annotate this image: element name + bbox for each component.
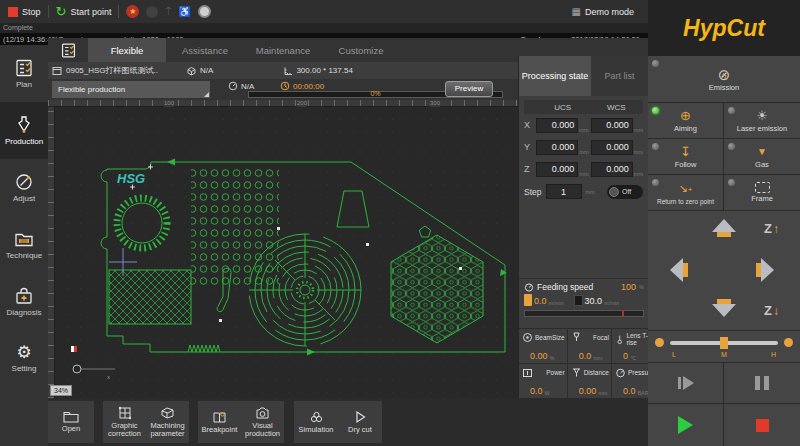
unit-label: mm: [579, 171, 588, 177]
gauge-icon: [228, 81, 238, 91]
feeding-speed-label: Feeding speed: [537, 282, 593, 292]
breakpoint-button[interactable]: Breakpoint: [198, 401, 241, 443]
right-arrow-icon: [761, 258, 774, 282]
processing-panel: Processing state Part list UCS WCS X 0.0…: [518, 56, 648, 398]
machine-control-panel: ⊘ϟ Emission ⊕ Aiming ☀ Laser emission ↧ …: [648, 56, 800, 446]
tab-customize[interactable]: Customize: [322, 38, 400, 62]
thermometer-icon: [615, 334, 624, 345]
visual-production-button[interactable]: Visual production: [241, 401, 284, 443]
z-down-button[interactable]: Z↓: [764, 303, 779, 318]
start-run-button[interactable]: [648, 404, 723, 446]
tab-processing-state[interactable]: Processing state: [519, 56, 591, 96]
jog-left-button[interactable]: [670, 258, 688, 282]
production-mode-dropdown[interactable]: Flexible production: [52, 81, 210, 98]
sidebar-item-plan[interactable]: Plan: [0, 45, 48, 102]
part-drawing: HSG: [55, 107, 518, 398]
material-group[interactable]: N/A: [186, 66, 213, 76]
button-label: Return to zero point: [657, 198, 714, 205]
laser-emission-button[interactable]: ☀ Laser emission: [724, 103, 800, 138]
sidebar-label: Plan: [16, 80, 32, 89]
button-label: Dry cut: [348, 426, 372, 434]
play-icon: [678, 416, 693, 434]
open-button[interactable]: Open: [48, 401, 94, 443]
tab-label: Part list: [604, 71, 634, 81]
divider: [48, 5, 49, 18]
feeding-current: 0.0: [534, 296, 547, 306]
sidebar-label: Setting: [12, 364, 37, 373]
sidebar-item-diagnosis[interactable]: Diagnosis: [0, 273, 48, 330]
alarm-icon[interactable]: ★: [126, 5, 139, 18]
jog-right-button[interactable]: [756, 258, 774, 282]
z-wcs-value[interactable]: 0.000: [591, 162, 633, 177]
y-ucs-value[interactable]: 0.000: [536, 140, 578, 155]
button-label: Machining parameter: [146, 422, 189, 439]
aiming-button[interactable]: ⊕ Aiming: [648, 103, 723, 138]
lock-icon[interactable]: [198, 5, 211, 18]
gauge-distance: Distance 0.00mm: [568, 364, 611, 398]
z-ucs-value[interactable]: 0.000: [536, 162, 578, 177]
processing-tabs: Processing state Part list: [519, 56, 648, 96]
feeding-max-unit: m/min: [604, 300, 619, 306]
tab-maintenance[interactable]: Maintenance: [244, 38, 322, 62]
ruler-label: 100: [164, 100, 174, 107]
speed-slider-track[interactable]: [670, 341, 778, 345]
speed-mid-label: M: [721, 351, 727, 358]
preview-button[interactable]: Preview: [445, 81, 493, 97]
x-ucs-value[interactable]: 0.000: [536, 118, 578, 133]
gauge-unit: mm: [598, 390, 607, 396]
follow-button[interactable]: ↧ Follow: [648, 139, 723, 174]
vertical-ruler: [48, 107, 55, 398]
speed-decrease-button[interactable]: [655, 338, 664, 347]
simulation-button[interactable]: Simulation: [294, 401, 338, 443]
sidebar-item-setting[interactable]: ⚙ Setting: [0, 330, 48, 387]
task-list-button[interactable]: [48, 38, 88, 62]
step-run-button[interactable]: [648, 363, 723, 403]
z-up-button[interactable]: Z↑: [764, 221, 779, 236]
speed-increase-button[interactable]: [784, 338, 793, 347]
tab-assistance[interactable]: Assistance: [166, 38, 244, 62]
dry-cut-button[interactable]: Dry cut: [338, 401, 382, 443]
hsg-watermark: HSG: [117, 171, 145, 186]
graphic-correction-button[interactable]: Graphic correction: [103, 401, 146, 443]
status-complete: Complete: [0, 23, 648, 33]
col-ucs: UCS: [536, 103, 590, 112]
step-toggle[interactable]: Off: [607, 185, 643, 199]
speed-handle-icon[interactable]: [524, 294, 532, 306]
gas-button[interactable]: ▼ Gas: [724, 139, 800, 174]
drawing-canvas[interactable]: 100 200 300: [48, 100, 518, 398]
return-zero-icon: ↘+: [679, 181, 693, 197]
x-wcs-value[interactable]: 0.000: [591, 118, 633, 133]
dimensions-value: 300.00 * 137.54: [296, 66, 353, 75]
axis-label: Z: [524, 164, 534, 174]
emission-button[interactable]: ⊘ϟ Emission: [648, 56, 800, 102]
coordinate-row-z: Z 0.000mm 0.000mm: [524, 158, 643, 180]
gauge-label: BeamSize: [535, 334, 565, 341]
sidebar-item-technique[interactable]: Technique: [0, 216, 48, 273]
return-zero-button[interactable]: ↘+ Return to zero point: [648, 175, 723, 210]
feeding-speed-slider[interactable]: [524, 310, 644, 317]
gas-led: [728, 143, 735, 150]
speed-slider-knob[interactable]: [720, 337, 728, 349]
open-group: Open: [48, 401, 94, 443]
step-input[interactable]: 1: [546, 184, 582, 199]
tab-label: Maintenance: [256, 45, 310, 56]
sidebar-item-production[interactable]: Production: [0, 102, 48, 159]
jog-up-button[interactable]: [712, 219, 736, 237]
feed-rate-indicator: N/A: [228, 81, 254, 91]
start-point-button[interactable]: ↻ Start point: [56, 7, 112, 17]
stop-run-button[interactable]: [724, 404, 800, 446]
tab-flexible[interactable]: Flexible: [88, 38, 166, 62]
stop-button[interactable]: Stop: [8, 7, 41, 17]
machining-parameter-button[interactable]: Machining parameter: [146, 401, 189, 443]
sidebar-item-adjust[interactable]: Adjust: [0, 159, 48, 216]
pause-button[interactable]: [724, 363, 800, 403]
coordinate-header: UCS WCS: [524, 100, 643, 114]
button-label: Simulation: [298, 426, 333, 434]
button-label: Laser emission: [737, 124, 787, 133]
speed-limit-box[interactable]: [574, 295, 583, 306]
file-name[interactable]: 0905_HSG打样图纸测试..: [66, 65, 158, 76]
tab-part-list[interactable]: Part list: [591, 56, 648, 96]
jog-down-button[interactable]: [712, 299, 736, 317]
frame-button[interactable]: Frame: [724, 175, 800, 210]
y-wcs-value[interactable]: 0.000: [591, 140, 633, 155]
